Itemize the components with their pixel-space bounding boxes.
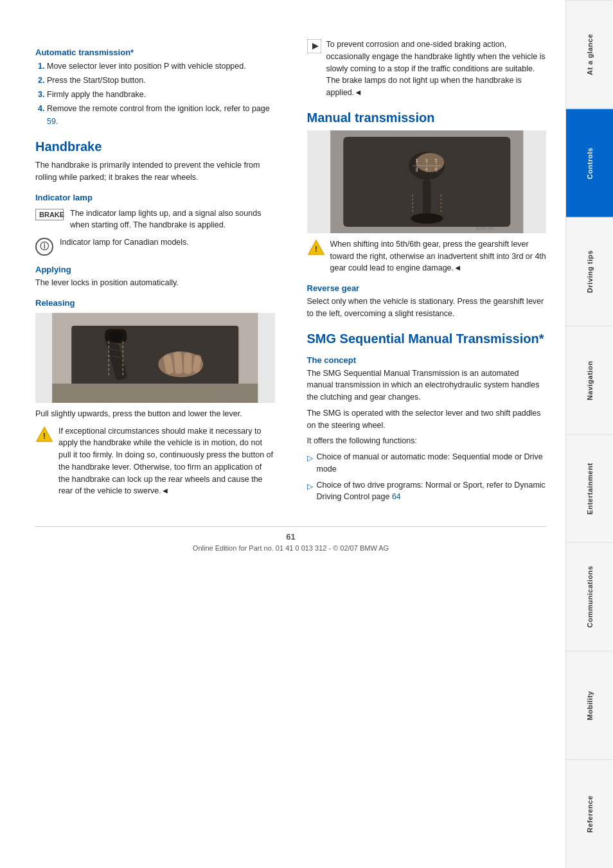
page-footer: 61 Online Edition for Part no. 01 41 0 0…: [35, 526, 546, 552]
corrosion-note: To prevent corrosion and one-sided braki…: [307, 39, 547, 99]
bullet-arrow-1: ▷: [307, 452, 313, 464]
two-column-layout: Automatic transmission* Move selector le…: [35, 39, 546, 507]
smg-concept-text3: It offers the following functions:: [307, 435, 547, 447]
svg-text:BMW AG: BMW AG: [475, 226, 494, 231]
svg-point-37: [411, 213, 443, 224]
indicator-text-2: Indicator lamp for Canadian models.: [60, 236, 189, 249]
manual-transmission-title: Manual transmission: [307, 111, 547, 125]
svg-text:BMW AG: BMW AG: [223, 396, 242, 400]
circle-i-icon: ⓘ: [35, 238, 53, 256]
left-column: Automatic transmission* Move selector le…: [35, 39, 281, 507]
indicator-lamp-title: Indicator lamp: [35, 193, 275, 202]
gear-shift-image: 1 3 5 2 4 6: [307, 130, 547, 233]
applying-title: Applying: [35, 265, 275, 274]
right-column: To prevent corrosion and one-sided braki…: [301, 39, 547, 507]
handbrake-warning: ! If exceptional circumstances should ma…: [35, 425, 275, 498]
warning-triangle-icon: !: [35, 426, 53, 443]
sidebar-tab-reference[interactable]: Reference: [566, 759, 613, 868]
releasing-title: Releasing: [35, 298, 275, 308]
smg-title: SMG Sequential Manual Transmission*: [307, 332, 547, 346]
step-1: Move selector lever into position P with…: [47, 60, 275, 73]
gear-warning-text: When shifting into 5th/6th gear, press t…: [330, 238, 547, 274]
smg-function-1-text: Choice of manual or automatic mode: Sequ…: [317, 451, 547, 475]
svg-rect-2: [71, 326, 238, 390]
sidebar-tab-mobility[interactable]: Mobility: [566, 651, 613, 759]
sidebar-tab-communications[interactable]: Communications: [566, 542, 613, 651]
brake-indicator-box: BRAKE The indicator lamp lights up, and …: [35, 208, 275, 232]
page-container: Automatic transmission* Move selector le…: [0, 0, 613, 868]
handbrake-title: Handbrake: [35, 139, 275, 154]
page-number: 61: [35, 532, 546, 542]
handbrake-image: BMW AG: [35, 313, 275, 403]
sidebar-tab-at-a-glance[interactable]: At a glance: [566, 0, 613, 109]
releasing-text: Pull slightly upwards, press the button …: [35, 408, 275, 420]
svg-point-40: [416, 153, 444, 172]
reverse-gear-text: Select only when the vehicle is stationa…: [307, 296, 547, 320]
smg-concept-text1: The SMG Sequential Manual Transmission i…: [307, 368, 547, 403]
smg-concept-title: The concept: [307, 355, 547, 365]
svg-rect-36: [423, 180, 431, 218]
svg-text:!: !: [43, 431, 46, 441]
step-3: Firmly apply the handbrake.: [47, 88, 275, 101]
corrosion-note-text: To prevent corrosion and one-sided braki…: [326, 39, 547, 99]
auto-transmission-title: Automatic transmission*: [35, 48, 275, 57]
gear-warning-icon: !: [307, 239, 325, 256]
handbrake-intro: The handbrake is primarily intended to p…: [35, 159, 275, 184]
smg-function-2: ▷ Choice of two drive programs: Normal o…: [307, 479, 547, 504]
sidebar-tab-entertainment[interactable]: Entertainment: [566, 434, 613, 543]
sidebar-tab-navigation[interactable]: Navigation: [566, 326, 613, 434]
svg-point-5: [109, 331, 122, 341]
canadian-indicator-box: ⓘ Indicator lamp for Canadian models.: [35, 236, 275, 256]
page-ref-59[interactable]: 59: [47, 117, 56, 126]
gear-warning: ! When shifting into 5th/6th gear, press…: [307, 238, 547, 274]
brake-badge: BRAKE: [35, 209, 64, 220]
reverse-gear-title: Reverse gear: [307, 283, 547, 293]
svg-marker-21: [312, 43, 319, 49]
svg-text:!: !: [314, 244, 317, 254]
play-icon: [307, 39, 321, 53]
smg-function-1: ▷ Choice of manual or automatic mode: Se…: [307, 451, 547, 475]
smg-function-2-text: Choice of two drive programs: Normal or …: [317, 479, 547, 504]
main-content: Automatic transmission* Move selector le…: [0, 0, 565, 868]
step-2: Press the Start/Stop button.: [47, 74, 275, 87]
auto-transmission-steps: Move selector lever into position P with…: [35, 60, 275, 128]
sidebar-tab-controls[interactable]: Controls: [566, 109, 613, 217]
page-ref-64[interactable]: 64: [392, 492, 401, 501]
bullet-arrow-2: ▷: [307, 481, 313, 492]
right-sidebar: At a glance Controls Driving tips Naviga…: [565, 0, 613, 868]
indicator-text-1: The indicator lamp lights up, and a sign…: [70, 208, 275, 232]
applying-text: The lever locks in position automaticall…: [35, 277, 275, 289]
smg-functions-list: ▷ Choice of manual or automatic mode: Se…: [307, 451, 547, 503]
sidebar-tab-driving-tips[interactable]: Driving tips: [566, 217, 613, 326]
step-4: Remove the remote control from the ignit…: [47, 102, 275, 128]
copyright-text: Online Edition for Part no. 01 41 0 013 …: [35, 544, 546, 552]
releasing-warning-text: If exceptional circumstances should make…: [58, 425, 275, 498]
smg-concept-text2: The SMG is operated with the selector le…: [307, 407, 547, 432]
svg-rect-15: [184, 353, 191, 374]
